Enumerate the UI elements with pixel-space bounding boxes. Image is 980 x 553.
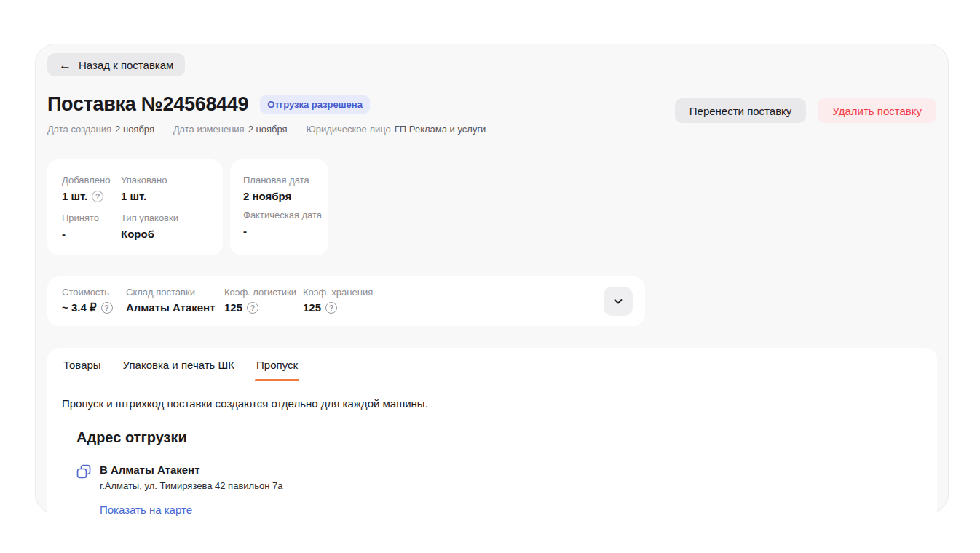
storage-coef-label: Коэф. хранения <box>303 287 373 298</box>
storage-coef-cell: Коэф. хранения 125 ? <box>303 287 373 326</box>
header-actions: Перенести поставку Удалить поставку <box>675 98 936 123</box>
cost-card: Стоимость ~ 3.4 ₽ ? Склад поставки Алмат… <box>47 276 645 326</box>
status-badge: Отгрузка разрешена <box>260 95 370 114</box>
warehouse-label: Склад поставки <box>126 287 224 298</box>
meta-legal-entity-value: ГП Реклама и услуги <box>395 124 486 135</box>
packed-value: 1 шт. <box>121 190 146 202</box>
meta-created: Дата создания2 ноября <box>47 124 154 135</box>
added-value: 1 шт. <box>62 190 87 202</box>
meta-row: Дата создания2 ноября Дата изменения2 но… <box>47 124 486 135</box>
tab-bar: Товары Упаковка и печать ШК Пропуск <box>47 348 937 381</box>
accepted-value: - <box>62 228 66 240</box>
package-type-label: Тип упаковки <box>121 212 208 223</box>
accepted-cell: Принято - <box>62 212 121 240</box>
pass-note-text: Пропуск и штрихкод поставки создаются от… <box>62 397 922 410</box>
added-label: Добавлено <box>62 175 121 186</box>
warehouse-value: Алматы Атакент <box>126 301 216 314</box>
back-button-label: Назад к поставкам <box>79 59 173 71</box>
meta-legal-entity-label: Юридическое лицо <box>307 124 391 135</box>
packed-cell: Упаковано 1 шт. <box>121 175 208 202</box>
cost-cell: Стоимость ~ 3.4 ₽ ? <box>62 287 126 326</box>
logistics-coef-label: Коэф. логистики <box>224 287 303 298</box>
meta-modified: Дата изменения2 ноября <box>173 124 288 135</box>
warehouse-cell: Склад поставки Алматы Атакент <box>126 287 224 326</box>
accepted-label: Принято <box>62 212 121 223</box>
help-icon[interactable]: ? <box>325 302 337 314</box>
delete-delivery-button[interactable]: Удалить поставку <box>818 98 936 123</box>
move-delivery-button[interactable]: Перенести поставку <box>675 98 807 123</box>
actual-date-value: - <box>243 225 247 237</box>
address-line: г.Алматы, ул. Тимирязева 42 павильон 7а <box>100 480 282 491</box>
logistics-coef-cell: Коэф. логистики 125 ? <box>224 287 303 326</box>
actual-date-cell: Фактическая дата - <box>243 210 315 237</box>
tab-goods[interactable]: Товары <box>62 348 103 381</box>
summary-cards-row: Добавлено 1 шт. ? Упаковано 1 шт. Принят… <box>47 159 936 255</box>
title-line: Поставка №24568449 Отгрузка разрешена <box>47 93 486 116</box>
tab-content-card: Товары Упаковка и печать ШК Пропуск Проп… <box>47 348 937 536</box>
show-on-map-link[interactable]: Показать на карте <box>100 504 192 516</box>
shipping-address-title: Адрес отгрузки <box>76 429 937 446</box>
help-icon[interactable]: ? <box>247 302 258 314</box>
page-header: Поставка №24568449 Отгрузка разрешена Да… <box>47 93 936 135</box>
meta-created-label: Дата создания <box>47 124 111 135</box>
cost-label: Стоимость <box>62 287 126 298</box>
meta-modified-label: Дата изменения <box>173 124 245 135</box>
cost-value: ~ 3.4 ₽ <box>62 301 97 314</box>
logistics-coef-value: 125 <box>224 301 242 314</box>
delivery-detail-panel: ← Назад к поставкам Поставка №24568449 О… <box>35 44 949 514</box>
address-text-block: В Алматы Атакент г.Алматы, ул. Тимирязев… <box>100 464 282 517</box>
tab-pass[interactable]: Пропуск <box>255 348 299 381</box>
added-cell: Добавлено 1 шт. ? <box>62 175 121 202</box>
expand-cost-card-button[interactable] <box>604 287 633 316</box>
tab-packing-and-barcode[interactable]: Упаковка и печать ШК <box>122 348 236 381</box>
packed-label: Упаковано <box>121 175 208 186</box>
back-to-deliveries-button[interactable]: ← Назад к поставкам <box>47 53 185 76</box>
meta-modified-value: 2 ноября <box>248 124 288 135</box>
planned-date-value: 2 ноября <box>243 190 291 202</box>
package-type-cell: Тип упаковки Короб <box>121 212 208 240</box>
header-left: Поставка №24568449 Отгрузка разрешена Да… <box>47 93 486 135</box>
storage-coef-value: 125 <box>303 301 321 314</box>
page-title: Поставка №24568449 <box>47 93 248 116</box>
planned-date-label: Плановая дата <box>243 175 315 186</box>
shipping-address-item: В Алматы Атакент г.Алматы, ул. Тимирязев… <box>76 464 937 517</box>
meta-legal-entity: Юридическое лицоГП Реклама и услуги <box>307 124 486 135</box>
package-type-value: Короб <box>121 228 154 240</box>
back-arrow-icon: ← <box>59 59 71 71</box>
chevron-down-icon <box>612 295 624 307</box>
help-icon[interactable]: ? <box>101 302 113 314</box>
actual-date-label: Фактическая дата <box>243 210 315 220</box>
address-warehouse-name: В Алматы Атакент <box>100 464 282 476</box>
planned-date-cell: Плановая дата 2 ноября <box>243 175 315 202</box>
meta-created-value: 2 ноября <box>115 124 154 135</box>
copy-icon[interactable] <box>76 464 91 479</box>
quantities-card: Добавлено 1 шт. ? Упаковано 1 шт. Принят… <box>47 159 223 255</box>
dates-card: Плановая дата 2 ноября Фактическая дата … <box>230 159 328 255</box>
help-icon[interactable]: ? <box>92 191 103 202</box>
